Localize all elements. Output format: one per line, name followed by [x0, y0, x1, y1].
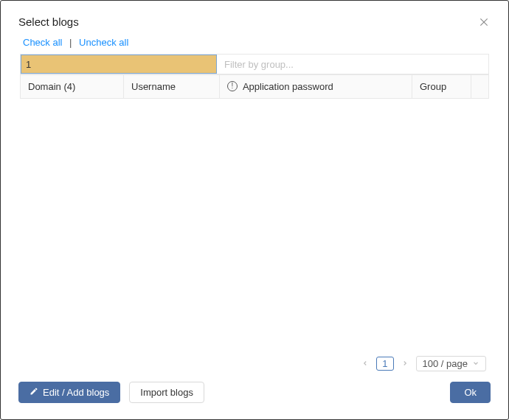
page-number[interactable]: 1 [376, 357, 393, 371]
search-filter-wrap [21, 55, 217, 74]
column-username[interactable]: Username [124, 75, 220, 99]
page-size-select[interactable]: 100 / page [416, 356, 486, 371]
ok-label: Ok [464, 387, 477, 398]
column-app-password[interactable]: Application password [220, 75, 412, 99]
info-icon [227, 81, 238, 91]
group-filter-input[interactable] [217, 57, 488, 72]
modal-header: Select blogs [1, 1, 508, 37]
ok-button[interactable]: Ok [450, 382, 491, 403]
uncheck-all-link[interactable]: Uncheck all [79, 37, 128, 48]
blogs-table-wrap: Domain (4) Username Application password… [20, 74, 489, 99]
close-button[interactable] [477, 15, 491, 31]
filter-row [20, 54, 489, 74]
check-all-link[interactable]: Check all [23, 37, 62, 48]
table-header-row: Domain (4) Username Application password… [21, 75, 489, 99]
prev-page-button[interactable] [360, 358, 370, 369]
pencil-icon [30, 387, 38, 398]
blogs-table: Domain (4) Username Application password… [20, 74, 489, 99]
group-filter-wrap [217, 55, 488, 74]
page-size-label: 100 / page [423, 358, 468, 369]
column-spacer [471, 75, 489, 99]
separator: | [69, 37, 72, 48]
close-icon [479, 17, 489, 29]
import-blogs-button[interactable]: Import blogs [129, 382, 204, 403]
table-body-empty [1, 99, 508, 356]
modal-title: Select blogs [18, 15, 79, 28]
column-group[interactable]: Group [412, 75, 471, 99]
modal-footer: Edit / Add blogs Import blogs Ok [1, 379, 508, 419]
footer-left: Edit / Add blogs Import blogs [18, 382, 204, 403]
chevron-down-icon [472, 358, 479, 369]
chevron-right-icon [401, 358, 409, 369]
edit-add-blogs-button[interactable]: Edit / Add blogs [18, 382, 120, 403]
pagination: 1 100 / page [1, 356, 508, 379]
column-domain[interactable]: Domain (4) [21, 75, 124, 99]
select-blogs-modal: Select blogs Check all | Uncheck all Dom… [1, 1, 508, 419]
search-input[interactable] [21, 57, 216, 72]
next-page-button[interactable] [400, 358, 410, 369]
import-blogs-label: Import blogs [140, 387, 193, 398]
chevron-left-icon [361, 358, 369, 369]
edit-add-blogs-label: Edit / Add blogs [43, 387, 109, 398]
bulk-actions: Check all | Uncheck all [1, 37, 508, 54]
column-app-password-label: Application password [243, 81, 333, 92]
